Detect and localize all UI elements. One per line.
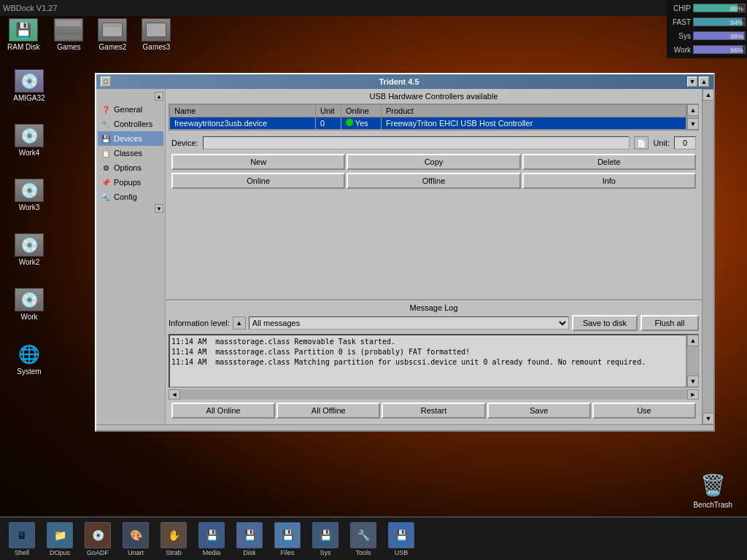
sidebar-item-options[interactable]: ⚙ Options	[98, 160, 163, 175]
dock-item-sys[interactable]: 💾 Sys	[309, 522, 341, 556]
desktop-icon-amiga32[interactable]: 💿 AMIGA32	[7, 69, 51, 102]
games3-label: Games3	[143, 43, 171, 51]
use-btn[interactable]: Use	[592, 402, 696, 419]
save-to-disk-btn[interactable]: Save to disk	[572, 315, 638, 331]
sidebar-scroll-up[interactable]: ▲	[155, 92, 163, 101]
work3-label: Work3	[19, 203, 40, 211]
msg-text-0: Removable Task started.	[295, 337, 395, 347]
dock-item-unart[interactable]: 🎨 Unart	[120, 522, 152, 556]
copy-button[interactable]: Copy	[347, 154, 520, 170]
memory-panel: CHIP 86% FAST 94% Sys 98% Work 96%	[667, 0, 747, 58]
sidebar-item-popups[interactable]: 📌 Popups	[98, 175, 163, 190]
unart-label: Unart	[128, 549, 144, 556]
dock-item-games2[interactable]: Games2	[98, 18, 127, 51]
sys-label: Sys	[668, 32, 693, 40]
table-row[interactable]: freewaytritonz3usb.device 0 Yes FreewayT…	[170, 117, 686, 130]
device-browse-btn[interactable]: 📄	[634, 136, 649, 149]
dock-item-usb[interactable]: 💾 USB	[385, 522, 417, 556]
log-scrollbar: ▲ ▼	[686, 335, 698, 387]
table-scroll-up[interactable]: ▲	[687, 104, 699, 116]
window-close-btn[interactable]: □	[101, 77, 111, 87]
shell-icon: 🖥	[9, 522, 35, 548]
table-scroll-down[interactable]: ▼	[687, 118, 699, 130]
col-product: Product	[382, 105, 686, 117]
dock-item-strab[interactable]: ✋ Strab	[158, 522, 190, 556]
benchtrash-icon-area[interactable]: 🗑️ BenchTrash	[693, 469, 732, 509]
dock-item-tools[interactable]: 🔧 Tools	[347, 522, 379, 556]
dopus-icon: 📁	[47, 522, 73, 548]
ramdisk-icon: 💾	[9, 18, 38, 42]
flush-all-btn[interactable]: Flush all	[640, 315, 699, 331]
sidebar-item-controllers[interactable]: 🔧 Controllers	[98, 117, 163, 131]
new-button[interactable]: New	[171, 154, 345, 170]
desktop-icon-work2[interactable]: 💿 Work2	[7, 233, 51, 266]
offline-button[interactable]: Offline	[347, 173, 520, 189]
log-scroll-up[interactable]: ▲	[687, 335, 699, 346]
usb-section-title: USB Hardware Controllers available	[169, 92, 699, 101]
log-scroll-down[interactable]: ▼	[687, 376, 699, 387]
msg-text-1: Partition 0 is (probably) FAT formatted!	[295, 347, 471, 357]
benchtrash-icon: 🗑️	[697, 469, 729, 501]
sidebar-item-classes[interactable]: 📋 Classes	[98, 146, 163, 160]
window-minimize-btn[interactable]: ▼	[687, 77, 697, 87]
popups-icon: 📌	[101, 177, 111, 187]
dock-item-goadf[interactable]: 💿 GoADF	[82, 522, 114, 556]
work-label: Work	[20, 313, 37, 321]
dock-item-dopus[interactable]: 📁 DOpus	[44, 522, 76, 556]
restart-btn[interactable]: Restart	[382, 402, 485, 419]
games-icon	[54, 18, 83, 42]
desktop-icon-system[interactable]: 🌐 System	[7, 343, 51, 376]
col-online: Online	[341, 105, 382, 117]
save-btn[interactable]: Save	[487, 402, 591, 419]
desktop-icon-work[interactable]: 💿 Work	[7, 288, 51, 321]
message-log-area[interactable]: 11:14 AM massstorage.class Removable Tas…	[169, 335, 686, 387]
unit-input[interactable]	[674, 136, 696, 149]
main-scroll-down[interactable]: ▼	[703, 413, 714, 424]
desktop-icon-work4[interactable]: 💿 Work4	[7, 124, 51, 157]
window-maximize-btn[interactable]: ▲	[699, 77, 709, 87]
sys-val: 98%	[730, 33, 743, 40]
online-button[interactable]: Online	[171, 173, 345, 189]
sidebar-item-config[interactable]: 🔩 Config	[98, 190, 163, 204]
chip-val: 86%	[730, 5, 743, 12]
log-hscroll-left[interactable]: ◄	[169, 389, 180, 400]
usb-dock-icon: 💾	[388, 522, 414, 548]
window-close-icon[interactable]: □	[101, 77, 111, 87]
desktop-icon-work3[interactable]: 💿 Work3	[7, 179, 51, 211]
message-level-select[interactable]: All messages	[249, 316, 569, 330]
dock-item-ramdisk[interactable]: 💾 RAM Disk	[7, 18, 39, 51]
config-icon: 🔩	[101, 192, 111, 202]
fast-label: FAST	[668, 18, 693, 26]
window-resize-handle[interactable]	[96, 424, 713, 430]
bottom-button-row: All Online All Offline Restart Save Use	[169, 400, 699, 421]
info-level-label: Information level:	[169, 319, 230, 327]
sidebar-scroll-down[interactable]: ▼	[155, 204, 163, 213]
dock-item-games3[interactable]: Games3	[142, 18, 171, 51]
dock-item-files[interactable]: 💾 Files	[271, 522, 303, 556]
delete-button[interactable]: Delete	[522, 154, 696, 170]
dock-item-shell[interactable]: 🖥 Shell	[6, 522, 38, 556]
device-field-label: Device:	[171, 139, 198, 147]
dock-item-media[interactable]: 💾 Media	[196, 522, 228, 556]
sidebar-label-popups: Popups	[114, 178, 141, 187]
log-hscroll-right[interactable]: ►	[687, 389, 699, 400]
msg-time-2: 11:14 AM	[171, 357, 206, 368]
all-online-btn[interactable]: All Online	[171, 402, 275, 419]
main-scroll-up[interactable]: ▲	[703, 89, 714, 101]
all-offline-btn[interactable]: All Offline	[276, 402, 380, 419]
dopus-label: DOpus	[50, 549, 70, 556]
info-button[interactable]: Info	[522, 173, 696, 189]
level-decrease-btn[interactable]: ▲	[233, 316, 246, 330]
dock-item-disk[interactable]: 💾 Disk	[233, 522, 266, 556]
sidebar-item-devices[interactable]: 💾 Devices	[98, 131, 163, 146]
sidebar-item-general[interactable]: ❓ General	[98, 102, 163, 117]
msg-class-0: massstorage.class	[215, 337, 290, 347]
sys-bar: 98%	[693, 31, 746, 40]
window-title: Trident 4.5	[379, 77, 419, 86]
device-input[interactable]	[203, 136, 630, 149]
dock-item-games[interactable]: Games	[54, 18, 83, 51]
amiga32-icon: 💿	[15, 69, 44, 93]
window-min-btns[interactable]: ▼ ▲	[687, 77, 709, 87]
app-title: WBDock V1.27	[3, 4, 58, 12]
fast-bar: 94%	[693, 18, 746, 26]
